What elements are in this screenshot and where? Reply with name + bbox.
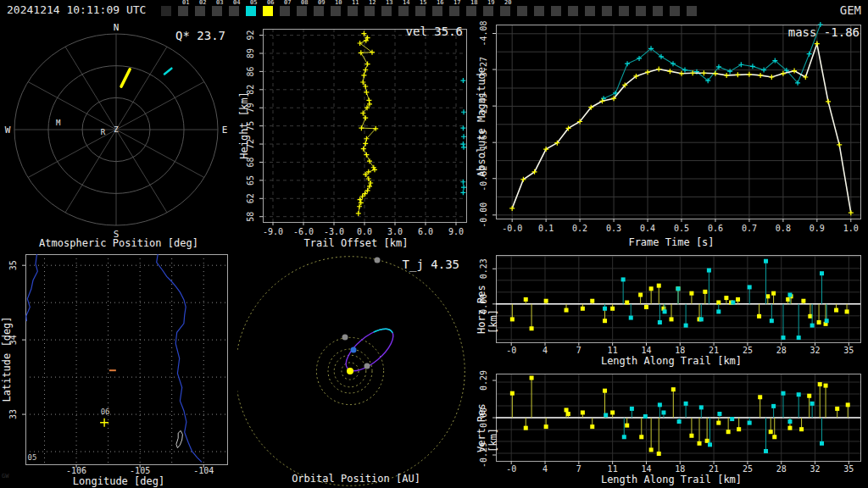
svg-text:W: W [5, 125, 11, 136]
station-06-horz-point [524, 297, 528, 302]
station-06-horz-point [801, 299, 805, 303]
frame-box[interactable] [517, 6, 527, 16]
svg-text:33: 33 [8, 409, 18, 419]
frame-box-12[interactable]: 12 [364, 6, 375, 16]
svg-text:-9.0: -9.0 [263, 227, 283, 236]
svg-text:N: N [114, 22, 120, 33]
station-06-vert-point [716, 421, 721, 425]
frame-box[interactable] [534, 6, 544, 16]
frame-box-02[interactable]: 02 [195, 6, 205, 16]
frame-box-label: 12 [369, 0, 376, 6]
station-06-vert-point [657, 452, 661, 456]
meteor-analysis-screen: 20241214 10:11:09 UTC 010203040506070809… [0, 0, 868, 488]
frame-box-19[interactable]: 19 [483, 6, 493, 16]
station-06-vert-point [726, 430, 731, 434]
station-06-horz-point [808, 314, 812, 319]
station-06-horz-point [724, 296, 728, 300]
svg-text:21: 21 [709, 464, 719, 474]
frame-box-03[interactable]: 03 [212, 6, 222, 16]
station-06-vert-point [758, 395, 762, 399]
frame-box-label: 09 [318, 0, 325, 6]
frame-box-label: 08 [301, 0, 308, 6]
frame-box[interactable] [636, 6, 646, 16]
frame-box-18[interactable]: 18 [466, 6, 476, 16]
frame-box[interactable] [551, 6, 561, 16]
station-05-vert-point [677, 419, 682, 424]
frame-box[interactable] [568, 6, 578, 16]
station-06-vert-point [807, 394, 811, 398]
panel-atmospheric-position: NESWZRM Q* 23.7 Atmospheric Position [de… [0, 20, 237, 251]
frame-box[interactable] [670, 6, 680, 16]
frame-box-label: 14 [403, 0, 409, 6]
frame-box-20[interactable]: 20 [500, 6, 510, 16]
svg-text:6.0: 6.0 [418, 227, 433, 236]
planet-jupiter [375, 258, 381, 263]
frame-box[interactable] [585, 6, 595, 16]
lake-outline [176, 430, 183, 447]
svg-text:0.6: 0.6 [708, 224, 723, 233]
svg-text:35: 35 [8, 260, 18, 270]
frame-box-label: 18 [470, 0, 477, 6]
svg-text:1.0: 1.0 [843, 224, 859, 233]
frame-box-15[interactable]: 15 [415, 6, 426, 16]
frame-box-04[interactable]: 04 [229, 6, 239, 16]
frame-box[interactable] [687, 6, 697, 16]
svg-text:0.00: 0.00 [479, 408, 488, 428]
svg-text:0.00: 0.00 [479, 294, 488, 314]
frame-box-05[interactable]: 05 [246, 6, 256, 16]
station-05-horz-point [810, 324, 815, 328]
atmospheric-position-plot: NESWZRM [0, 20, 237, 251]
station-06-vert-point [566, 412, 570, 416]
meteor-track-05 [164, 69, 171, 75]
station-06-horz-point [703, 290, 707, 294]
svg-text:06: 06 [101, 408, 110, 416]
station-06-vert-point [649, 447, 654, 452]
observed-arc [374, 323, 393, 341]
svg-text:R: R [101, 128, 106, 136]
frame-box-09[interactable]: 09 [314, 6, 324, 16]
svg-text:-104: -104 [193, 466, 214, 475]
station-06-horz-point [649, 286, 654, 291]
orbital-position-plot [237, 251, 475, 488]
station-05-horz-point [787, 292, 792, 297]
frame-box[interactable] [602, 6, 612, 16]
frame-box-01[interactable]: 01 [178, 6, 188, 16]
light-curve-plot: -0.00.10.20.30.40.50.60.70.80.91.0-0.00-… [475, 20, 868, 251]
svg-text:18: 18 [675, 464, 685, 474]
svg-text:35: 35 [843, 464, 854, 474]
station-05-vert-point [797, 392, 801, 396]
frame-box-14[interactable]: 14 [398, 6, 409, 16]
svg-text:28: 28 [776, 346, 787, 355]
svg-text:18: 18 [675, 346, 685, 355]
station-06-horz-point [845, 309, 849, 313]
frame-box-16[interactable]: 16 [432, 6, 442, 16]
svg-text:86: 86 [246, 66, 255, 76]
station-06-vert-point [846, 402, 850, 407]
station-06-vert-point [565, 408, 569, 412]
panel-horizontal-residuals: -04711141821252832350.000.23 Length Alon… [475, 251, 868, 369]
station-06-vert-point [625, 424, 629, 428]
frame-box-label: 13 [386, 0, 392, 6]
frame-box-06[interactable]: 06 [263, 6, 273, 16]
svg-text:75: 75 [246, 121, 255, 131]
vert-res-plot: -0471114182125283235-0.290.000.29 [475, 369, 868, 488]
station-05-horz-point [820, 271, 824, 275]
frame-box[interactable] [161, 6, 171, 16]
frame-box-10[interactable]: 10 [331, 6, 341, 16]
planet-venus [364, 363, 370, 369]
station-06-vert-point [705, 439, 709, 443]
station-06-vert-point [639, 435, 643, 439]
station-05-horz-point [764, 259, 768, 263]
frame-box[interactable] [619, 6, 629, 16]
frame-box-11[interactable]: 11 [348, 6, 358, 16]
frame-box-07[interactable]: 07 [280, 6, 290, 16]
station-05-horz-point [629, 316, 633, 320]
frame-box-08[interactable]: 08 [297, 6, 307, 16]
frame-box-17[interactable]: 17 [449, 6, 459, 16]
station-05-vert-point [781, 391, 785, 396]
station-05-vert-point [622, 435, 626, 439]
station-05-horz-point [781, 336, 785, 340]
frame-box[interactable] [653, 6, 663, 16]
station-06-horz-point [771, 291, 776, 296]
frame-box-13[interactable]: 13 [381, 6, 392, 16]
